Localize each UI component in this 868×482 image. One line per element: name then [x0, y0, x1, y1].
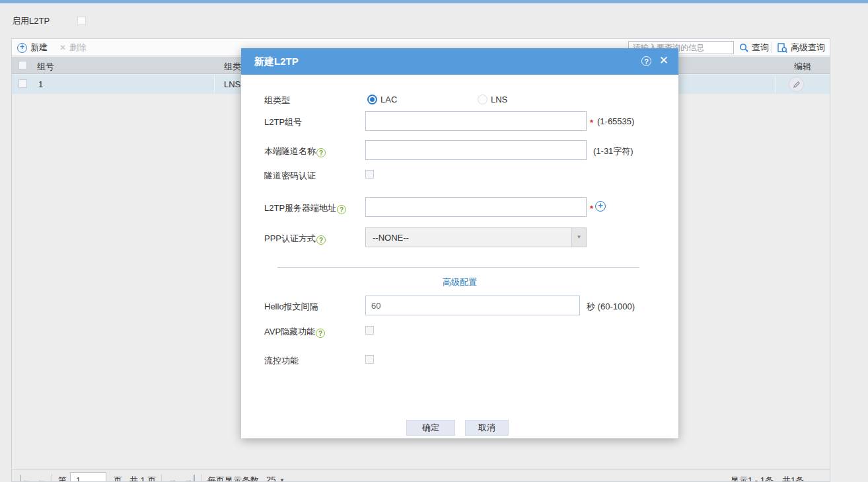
pager-separator: [52, 474, 52, 482]
tunnel-name-hint: (1-31字符): [593, 145, 633, 157]
server-addr-input[interactable]: [365, 197, 587, 217]
row-group-type: LNS: [224, 79, 240, 89]
group-type-label: 组类型: [264, 95, 290, 106]
required-mark: *: [590, 204, 593, 214]
pagination-bar: ← ← 第 页 共 1 页 → → 每页显示条数 25 ▼ 显示1 - 1条，共…: [12, 469, 830, 482]
hello-interval-hint: 秒 (60-1000): [587, 301, 635, 313]
pager-separator: [161, 474, 162, 482]
enable-l2tp-label: 启用L2TP: [12, 15, 50, 27]
per-page-select[interactable]: 25: [266, 475, 275, 482]
avp-hide-label: AVP隐藏功能?: [264, 326, 325, 338]
advanced-config-link[interactable]: 高级配置: [241, 276, 678, 288]
per-page-caret-icon[interactable]: ▼: [279, 477, 285, 482]
ppp-auth-select[interactable]: --NONE-- ▼: [365, 227, 587, 247]
advanced-query-button-label: 高级查询: [791, 42, 825, 54]
pencil-icon: [793, 81, 801, 89]
tunnel-name-label: 本端隧道名称?: [264, 145, 326, 157]
cancel-button[interactable]: 取消: [465, 420, 509, 436]
help-icon[interactable]: ?: [316, 329, 325, 338]
group-id-label: L2TP组号: [264, 116, 302, 128]
radio-lns-label: LNS: [491, 95, 507, 104]
enable-l2tp-checkbox[interactable]: [77, 17, 86, 25]
server-addr-label: L2TP服务器端地址?: [264, 202, 346, 214]
page-number-input[interactable]: [70, 472, 106, 482]
column-divider: [214, 75, 215, 93]
top-accent-strip: [0, 0, 868, 3]
next-page-icon[interactable]: →: [168, 475, 177, 482]
new-l2tp-dialog: 新建L2TP ? ✕ 组类型 LAC LNS L2TP组号 * (1-65535…: [241, 48, 678, 438]
flow-control-checkbox[interactable]: [365, 355, 374, 364]
delete-button[interactable]: ✕ 删除: [59, 42, 87, 54]
new-button[interactable]: + 新建: [17, 42, 48, 54]
help-icon[interactable]: ?: [316, 235, 326, 245]
hello-interval-input[interactable]: [365, 296, 580, 315]
radio-lac-label: LAC: [380, 95, 397, 104]
hello-interval-label: Hello报文间隔: [264, 301, 318, 313]
search-icon: [739, 43, 748, 52]
new-button-label: 新建: [30, 42, 48, 54]
select-arrow-button[interactable]: ▼: [571, 228, 586, 247]
column-edit: 编辑: [775, 61, 830, 73]
pager-separator: [201, 474, 201, 482]
delete-x-icon: ✕: [59, 43, 66, 52]
page-unit-label: 页: [114, 475, 122, 482]
avp-hide-checkbox[interactable]: [365, 326, 374, 335]
last-page-icon[interactable]: →: [184, 475, 195, 482]
select-all-checkbox[interactable]: [18, 61, 27, 69]
query-button-label: 查询: [752, 42, 769, 54]
per-page-label: 每页显示条数: [207, 475, 259, 482]
tunnel-auth-checkbox[interactable]: [365, 170, 374, 179]
prev-page-icon[interactable]: ←: [37, 475, 46, 482]
radio-lns[interactable]: [478, 95, 488, 104]
add-address-icon[interactable]: +: [595, 201, 606, 212]
tunnel-auth-label: 隧道密码认证: [264, 170, 316, 182]
column-divider: [775, 75, 776, 93]
help-icon[interactable]: ?: [337, 205, 346, 214]
group-id-input[interactable]: [365, 111, 587, 131]
dialog-close-icon[interactable]: ✕: [659, 54, 669, 67]
toolbar-separator: [772, 42, 772, 53]
dialog-header: 新建L2TP ? ✕: [241, 48, 678, 75]
advanced-query-button[interactable]: 高级查询: [778, 42, 825, 54]
delete-button-label: 删除: [69, 42, 87, 54]
advanced-search-icon: [778, 43, 787, 53]
row-checkbox[interactable]: [18, 79, 27, 88]
section-divider: [277, 267, 639, 268]
tunnel-name-input[interactable]: [365, 140, 587, 160]
row-edit-button[interactable]: [789, 77, 804, 92]
group-id-hint: (1-65535): [597, 116, 634, 126]
first-page-icon[interactable]: ←: [20, 475, 31, 482]
column-group-id: 组号: [37, 61, 54, 73]
help-icon[interactable]: ?: [316, 148, 326, 157]
required-mark: *: [590, 118, 593, 128]
ok-button[interactable]: 确定: [406, 420, 455, 436]
plus-icon: +: [17, 43, 27, 53]
ppp-auth-value: --NONE--: [373, 233, 409, 243]
caret-down-icon: ▼: [577, 234, 582, 240]
dialog-title: 新建L2TP: [254, 56, 299, 68]
pagination-summary: 显示1 - 1条，共1条: [731, 475, 804, 482]
ppp-auth-label: PPP认证方式?: [264, 233, 326, 245]
dialog-help-icon[interactable]: ?: [641, 56, 651, 66]
flow-control-label: 流控功能: [264, 355, 299, 367]
row-group-id: 1: [38, 79, 43, 89]
radio-lac[interactable]: [367, 95, 377, 104]
page-prefix-label: 第: [58, 475, 67, 482]
total-pages-label: 共 1 页: [129, 475, 156, 482]
query-button[interactable]: 查询: [739, 42, 769, 54]
